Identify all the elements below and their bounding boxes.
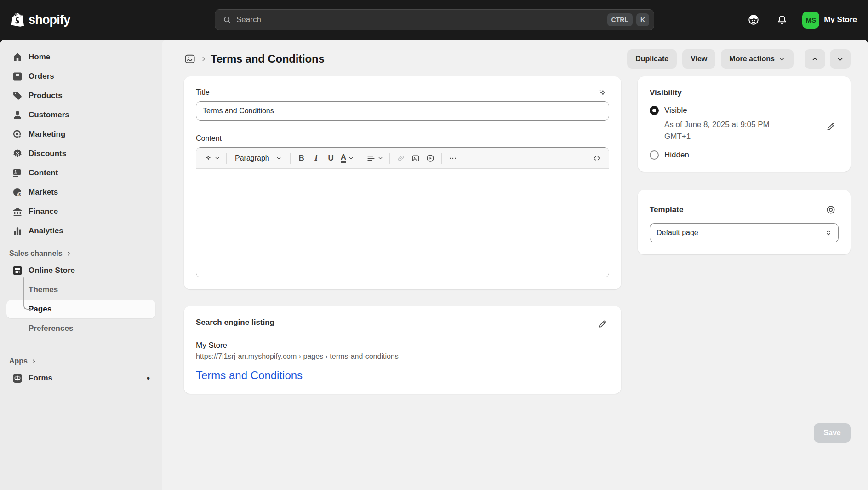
more-actions-button[interactable]: More actions — [721, 49, 794, 69]
shopify-wordmark: shopify — [29, 13, 70, 27]
edit-seo-button[interactable] — [594, 316, 610, 332]
more-formatting-button[interactable] — [445, 151, 460, 166]
hidden-radio[interactable] — [650, 150, 659, 160]
preview-template-button[interactable] — [823, 202, 839, 218]
store-avatar: MS — [802, 12, 819, 29]
content-icon — [12, 167, 23, 179]
chevron-down-icon — [836, 55, 844, 63]
kbd-k: K — [636, 13, 649, 26]
video-play-icon — [426, 154, 435, 163]
search-shortcut: CTRL K — [607, 13, 649, 26]
pages-breadcrumb-icon — [184, 53, 196, 65]
template-select[interactable]: Default page — [650, 223, 839, 242]
insert-link-button[interactable] — [394, 151, 408, 166]
finance-icon — [12, 206, 23, 217]
chevron-down-icon — [377, 155, 383, 161]
sidebar: Home Orders Products Customers Marketing… — [0, 40, 162, 490]
top-bar: shopify CTRL K MS My Store — [0, 0, 868, 40]
svg-text:$: $ — [18, 192, 21, 197]
bell-icon — [776, 14, 788, 26]
sidebar-item-home[interactable]: Home — [6, 48, 155, 66]
marketing-icon — [12, 129, 23, 140]
text-color-icon: A — [341, 153, 346, 163]
toolbar-divider — [290, 153, 291, 164]
editor-ai-button[interactable] — [201, 151, 223, 166]
main-content: Terms and Conditions Duplicate View More… — [162, 40, 868, 490]
italic-button[interactable]: I — [309, 151, 324, 166]
shopify-logo[interactable]: shopify — [11, 12, 70, 27]
online-store-icon — [12, 265, 23, 276]
sidebar-item-pages[interactable]: Pages — [6, 300, 155, 318]
view-button[interactable]: View — [682, 49, 715, 69]
insert-image-button[interactable] — [408, 151, 423, 166]
page-title: Terms and Conditions — [211, 52, 325, 65]
visibility-card: Visibility Visible As of June 8, 2025 at… — [638, 76, 851, 172]
store-name: My Store — [824, 15, 857, 24]
more-dots-icon — [448, 154, 457, 163]
visible-option[interactable]: Visible — [650, 106, 839, 115]
sidebar-item-preferences[interactable]: Preferences — [6, 319, 155, 338]
content-field-label: Content — [196, 134, 609, 143]
text-color-button[interactable]: A — [338, 151, 356, 166]
customers-icon — [12, 110, 23, 121]
ai-generate-button[interactable] — [594, 86, 610, 101]
visible-radio[interactable] — [650, 106, 659, 115]
orders-icon — [12, 71, 23, 82]
shopify-bag-icon — [11, 12, 25, 27]
sidebar-item-products[interactable]: Products — [6, 86, 155, 105]
discounts-icon — [12, 148, 23, 159]
sidebar-item-forms[interactable]: Forms • — [6, 369, 155, 387]
eye-icon — [825, 204, 836, 215]
sidebar-item-online-store[interactable]: Online Store — [6, 261, 155, 280]
visibility-schedule-text: As of June 8, 2025 at 9:05 PM GMT+1 — [664, 119, 784, 143]
toolbar-divider — [226, 153, 227, 164]
link-icon — [396, 154, 405, 163]
sidebar-item-orders[interactable]: Orders — [6, 67, 155, 86]
insert-video-button[interactable] — [423, 151, 438, 166]
bold-button[interactable]: B — [294, 151, 309, 166]
title-content-card: Title Content Paragraph — [184, 76, 621, 289]
chevron-down-icon — [348, 155, 354, 161]
pencil-icon — [826, 121, 836, 132]
title-field-label: Title — [196, 88, 609, 97]
sidebar-item-content[interactable]: Content — [6, 164, 155, 182]
global-search[interactable]: CTRL K — [215, 9, 654, 30]
save-button[interactable]: Save — [814, 423, 851, 443]
search-engine-listing-card: Search engine listing My Store https://7… — [184, 306, 621, 394]
visibility-heading: Visibility — [650, 88, 839, 98]
hidden-option[interactable]: Hidden — [650, 150, 839, 160]
home-icon — [12, 52, 23, 63]
chevron-right-icon — [31, 358, 37, 364]
toolbar-divider — [389, 153, 390, 164]
title-input[interactable] — [196, 101, 609, 121]
edit-visibility-date-button[interactable] — [823, 119, 839, 134]
notifications-button[interactable] — [774, 12, 790, 28]
underline-button[interactable]: U — [324, 151, 338, 166]
products-icon — [12, 90, 23, 101]
sidebar-item-marketing[interactable]: Marketing — [6, 125, 155, 144]
image-icon — [411, 154, 420, 163]
account-menu[interactable]: MS My Store — [802, 12, 857, 29]
sparkle-icon — [203, 154, 212, 163]
toolbar-divider — [441, 153, 442, 164]
next-page-button[interactable] — [830, 49, 851, 69]
sidebar-item-themes[interactable]: Themes — [6, 281, 155, 299]
chevron-down-icon — [214, 155, 220, 161]
editor-content-area[interactable] — [196, 169, 609, 277]
page-header: Terms and Conditions Duplicate View More… — [184, 49, 851, 69]
sidebar-item-customers[interactable]: Customers — [6, 106, 155, 124]
html-code-button[interactable] — [589, 151, 604, 166]
sidekick-assistant-button[interactable] — [745, 12, 762, 28]
search-input[interactable] — [236, 15, 607, 24]
sidebar-item-discounts[interactable]: Discounts — [6, 144, 155, 163]
alignment-button[interactable] — [364, 151, 386, 166]
duplicate-button[interactable]: Duplicate — [627, 49, 677, 69]
paragraph-style-dropdown[interactable]: Paragraph — [230, 151, 286, 166]
sidebar-item-analytics[interactable]: Analytics — [6, 222, 155, 240]
sales-channels-header[interactable]: Sales channels — [6, 246, 155, 261]
apps-header[interactable]: Apps — [6, 353, 155, 369]
sidebar-item-finance[interactable]: Finance — [6, 202, 155, 221]
previous-page-button[interactable] — [805, 49, 825, 69]
select-updown-icon — [824, 229, 833, 237]
sidebar-item-markets[interactable]: $ Markets — [6, 183, 155, 202]
